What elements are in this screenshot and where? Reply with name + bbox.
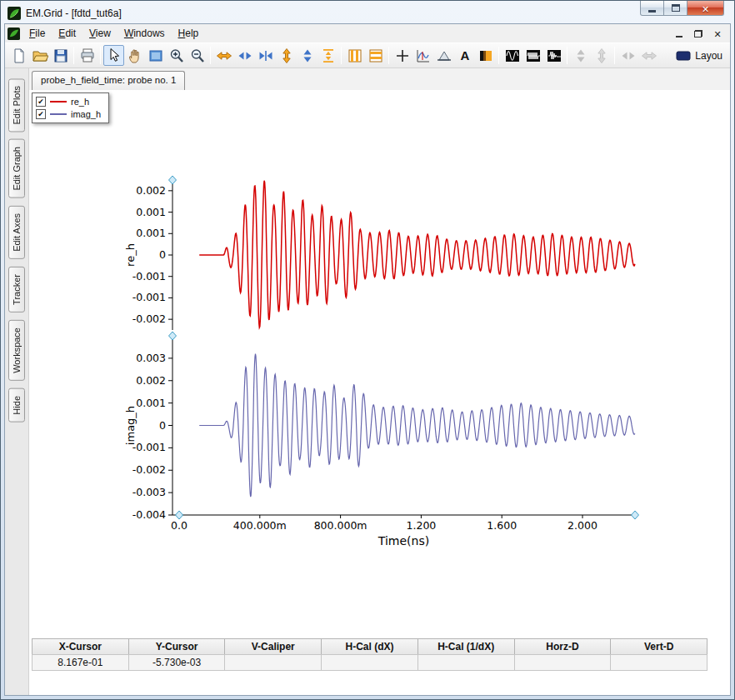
axis-handle-diamond [176,511,183,519]
data-marker-tool-icon [415,48,432,64]
open-file-icon [32,48,48,64]
cursor-value-1: -5.730e-03 [128,654,226,671]
waveform-view-2-button[interactable] [522,45,543,66]
titlebar[interactable]: EM.Grid - [fdtd_tut6a] [4,1,731,23]
cursor-header-v-caliper: V-Caliper [224,638,322,655]
cursor-header-horz-d: Horz-D [514,638,612,655]
pan-tool-button[interactable] [124,45,145,66]
y-axis-label: re_h [124,243,137,267]
svg-text:0.001: 0.001 [136,397,166,409]
close-icon [702,1,709,16]
save-file-button[interactable] [50,45,71,66]
menu-view[interactable]: View [82,25,118,42]
layout-button[interactable]: Layou [671,45,727,66]
zoom-window-tool-button[interactable] [145,45,166,66]
cursor-value-0: 8.167e-01 [32,654,129,671]
svg-text:0.0: 0.0 [171,519,188,532]
svg-text:-0.004: -0.004 [132,508,166,521]
toolbar-separator [498,47,499,64]
sidebar-edit-plots[interactable]: Edit Plots [8,78,25,132]
compress-horizontal-button[interactable] [255,45,276,66]
fit-horizontal-disabled-button[interactable] [638,45,659,66]
trace-re_h [199,181,635,328]
new-file-button[interactable] [8,45,29,66]
fit-vertical-disabled-button[interactable] [591,45,612,66]
legend-checkbox-re_h[interactable]: ✔ [36,97,46,107]
app-window: EM.Grid - [fdtd_tut6a] FileEditViewWindo… [0,0,735,700]
window-maximize-button[interactable] [663,1,688,16]
crosshair-tool-button[interactable] [392,45,412,66]
svg-text:0: 0 [159,248,166,261]
fit-vertical-button[interactable] [276,45,297,66]
document-icon[interactable] [8,28,22,40]
toolbar-separator [210,47,211,64]
vertical-cursors-button[interactable] [344,45,365,66]
svg-text:A: A [460,48,469,62]
window-title: EM.Grid - [fdtd_tut6a] [26,8,122,19]
compress-horizontal-icon [258,48,274,64]
text-tool-button[interactable]: A [454,45,475,66]
svg-text:800.000m: 800.000m [314,519,368,532]
colormap-tool-button[interactable] [475,45,496,66]
caliper-tool-icon [436,48,452,64]
sidebar-edit-axes[interactable]: Edit Axes [8,206,25,259]
window-close-button[interactable] [687,1,724,16]
save-file-icon [52,48,69,64]
menu-items: FileEditViewWindowsHelp [22,25,205,42]
zoom-window-tool-icon [148,48,164,64]
sidebar-edit-graph[interactable]: Edit Graph [8,139,25,198]
mdi-close-button[interactable] [709,27,726,40]
horizontal-cursors-icon [368,48,384,64]
axis-handle-diamond [169,332,177,340]
expand-vertical-button[interactable] [297,45,318,66]
vertical-limits-button[interactable] [318,45,338,66]
expand-horizontal-button[interactable] [234,45,255,66]
print-icon [79,48,96,64]
plot-canvas[interactable]: 0.0020.0010.0010-0.001-0.001-0.002re_h0.… [29,90,730,623]
mdi-minimize-button[interactable] [671,27,688,40]
app-logo-icon [8,7,21,20]
menu-windows[interactable]: Windows [118,25,172,42]
sidebar-hide[interactable]: Hide [8,388,25,422]
fit-horizontal-button[interactable] [213,45,234,66]
open-file-button[interactable] [29,45,50,66]
svg-text:-0.001: -0.001 [132,270,166,282]
svg-text:0.002: 0.002 [136,374,166,387]
sidebar-tracker[interactable]: Tracker [8,267,25,312]
sidebar: Edit PlotsEdit GraphEdit AxesTrackerWork… [5,68,29,695]
expand-vertical-icon [299,48,316,64]
legend-line-sample-imag_h [50,113,67,115]
mdi-restore-button[interactable] [690,27,707,40]
menu-help[interactable]: Help [172,25,206,42]
menu-edit[interactable]: Edit [52,25,82,42]
mdi-window-controls [671,27,728,40]
sidebar-workspace[interactable]: Workspace [8,320,25,381]
fit-horizontal-icon [216,48,232,64]
waveform-view-3-button[interactable] [543,45,564,66]
tab-probe-h-field-time[interactable]: probe_h_field_time: probe no. 1 [32,71,185,90]
toolbar-separator [341,47,342,64]
expand-vertical-disabled-button[interactable] [570,45,591,66]
legend-checkbox-imag_h[interactable]: ✔ [36,109,46,119]
data-marker-tool-button[interactable] [412,45,433,66]
select-tool-button[interactable] [103,45,124,66]
svg-text:0.001: 0.001 [136,206,166,218]
toolbar-separator [100,47,101,64]
zoom-out-tool-button[interactable] [187,45,208,66]
zoom-in-tool-button[interactable] [166,45,187,66]
window-minimize-button[interactable] [640,1,664,16]
svg-text:1.200: 1.200 [407,519,437,532]
menu-file[interactable]: File [22,25,52,42]
waveform-view-1-button[interactable] [502,45,522,66]
cursor-header-h-cal-1-dx-: H-Cal (1/dX) [418,638,515,655]
expand-horizontal-icon [237,48,253,64]
cursor-header-y-cursor: Y-Cursor [128,638,226,655]
svg-text:-0.001: -0.001 [132,441,166,453]
horizontal-cursors-button[interactable] [365,45,386,66]
print-button[interactable] [77,45,98,66]
select-tool-icon [106,48,122,64]
caliper-tool-button[interactable] [433,45,454,66]
zoom-in-tool-icon [168,48,185,64]
expand-horizontal-disabled-button[interactable] [618,45,638,66]
expand-horizontal-disabled-icon [620,48,637,64]
